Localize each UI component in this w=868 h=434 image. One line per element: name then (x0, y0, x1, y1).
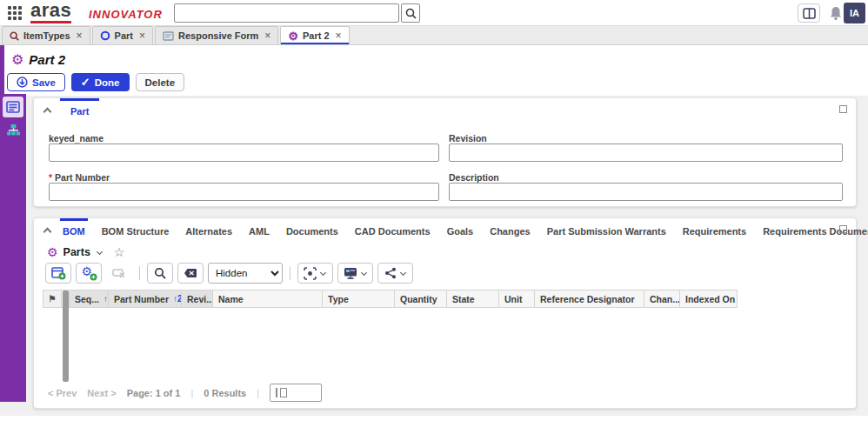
column-type[interactable]: Type (323, 290, 395, 308)
rel-tab-requirements-documents[interactable]: Requirements Documents (760, 218, 868, 241)
tab-responsive-form[interactable]: Responsive Form × (155, 26, 278, 44)
delete-row-icon (112, 267, 126, 279)
column-sequence[interactable]: Seq...↑1 (70, 290, 109, 308)
rel-tab-changes[interactable]: Changes (487, 218, 532, 241)
column-indexed-on[interactable]: Indexed On [...] (680, 290, 738, 308)
tab-label: Part 2 (303, 30, 330, 41)
sidebar-item-form-view[interactable] (3, 97, 23, 117)
row-filter-select[interactable]: Hidden (208, 263, 283, 284)
delete-button[interactable]: Delete (136, 73, 185, 91)
focus-options-button[interactable] (297, 263, 333, 284)
window-tab-bar: ItemTypes × Part × Responsive Form × ⚙ P… (0, 26, 868, 45)
revision-field[interactable] (449, 144, 843, 162)
tab-part[interactable]: Part × (92, 26, 153, 44)
tab-label: Responsive Form (178, 30, 258, 41)
rel-tab-bom[interactable]: BOM (60, 218, 88, 241)
add-row-icon (51, 266, 66, 280)
view-options-button[interactable] (337, 263, 373, 284)
column-part-number[interactable]: Part Number↑2 (109, 290, 182, 308)
rel-tab-goals[interactable]: Goals (444, 218, 477, 241)
column-flag[interactable]: ⚑ (43, 290, 62, 308)
column-change[interactable]: Chan... (644, 290, 680, 308)
page-box-icon (280, 388, 287, 397)
add-item-gear-icon: ⚙ (82, 266, 97, 280)
delete-label: Delete (145, 77, 176, 88)
tab-label: Part (115, 30, 133, 41)
gear-icon: ⚙ (288, 30, 298, 43)
collapse-chevron-icon[interactable] (43, 228, 52, 237)
user-avatar[interactable]: IA (844, 3, 865, 23)
prev-page-button[interactable]: < Prev (48, 388, 77, 398)
grid-title-menu[interactable]: ⚙ Parts ☆ (47, 245, 124, 259)
column-unit[interactable]: Unit (499, 290, 535, 308)
pager-separator: | (257, 388, 259, 398)
form-tab-part[interactable]: Part (60, 98, 99, 121)
keyed-name-field[interactable] (49, 144, 439, 162)
close-icon[interactable]: × (139, 30, 145, 42)
maximize-icon[interactable] (839, 105, 847, 113)
check-icon: ✓ (81, 76, 90, 89)
rel-tab-documents[interactable]: Documents (284, 218, 341, 241)
global-search-input[interactable] (174, 3, 399, 23)
column-name[interactable]: Name (213, 290, 323, 308)
description-field[interactable] (449, 183, 843, 201)
backspace-icon (184, 268, 197, 278)
rel-tab-bom-structure[interactable]: BOM Structure (99, 218, 172, 241)
top-bar: aras INNOVATOR IA (0, 0, 868, 26)
toolbar-separator (290, 266, 290, 280)
add-item-button[interactable]: ⚙ (76, 263, 102, 284)
close-icon[interactable]: × (336, 30, 342, 42)
done-button[interactable]: ✓ Done (71, 73, 130, 91)
rel-tab-alternates[interactable]: Alternates (183, 218, 235, 241)
column-state[interactable]: State (447, 290, 499, 308)
sort-indicator: ↑2 (173, 294, 182, 304)
relationship-tabs: BOM BOM Structure Alternates AML Documen… (60, 218, 868, 241)
close-icon[interactable]: × (77, 30, 83, 42)
clear-search-button[interactable] (177, 263, 204, 284)
tab-itemtypes[interactable]: ItemTypes × (2, 26, 90, 44)
search-rows-button[interactable] (147, 263, 173, 284)
grid-vertical-scrollbar[interactable] (63, 290, 69, 382)
field-label-description: Description (449, 172, 499, 183)
tab-part-2[interactable]: ⚙ Part 2 × (280, 26, 349, 44)
rel-tab-part-submission-warrants[interactable]: Part Submission Warrants (544, 218, 669, 241)
rel-tab-cad-documents[interactable]: CAD Documents (352, 218, 433, 241)
sidebar-item-structure-view[interactable] (3, 120, 23, 141)
goto-page-input[interactable] (270, 384, 322, 402)
form-tab-label: Part (70, 106, 89, 117)
field-label-keyed-name: keyed_name (49, 133, 103, 144)
save-button[interactable]: Save (7, 73, 65, 91)
gear-icon: ⚙ (11, 51, 23, 68)
share-options-button[interactable] (377, 263, 413, 284)
done-label: Done (95, 77, 120, 88)
app-launcher-icon[interactable] (8, 6, 23, 21)
maximize-icon[interactable] (839, 225, 847, 233)
form-view-icon (6, 101, 20, 113)
structure-tree-icon (6, 124, 21, 137)
collapse-chevron-icon[interactable] (43, 108, 52, 117)
column-reference-designator[interactable]: Reference Designator (535, 290, 644, 308)
side-panel-toggle-button[interactable] (798, 3, 820, 23)
close-icon[interactable]: × (264, 30, 270, 42)
bell-icon (829, 5, 843, 21)
delete-row-button[interactable] (106, 263, 132, 284)
favorite-star-icon[interactable]: ☆ (114, 245, 125, 259)
global-search-button[interactable] (401, 3, 420, 23)
results-count: 0 Results (204, 388, 246, 398)
rel-tab-requirements[interactable]: Requirements (680, 218, 749, 241)
next-page-button[interactable]: Next > (87, 388, 116, 398)
column-revision[interactable]: Revi... (182, 290, 213, 308)
search-icon (10, 31, 19, 41)
page-title: ⚙ Part 2 (11, 51, 65, 68)
tab-label: ItemTypes (23, 30, 70, 41)
column-quantity[interactable]: Quantity (395, 290, 447, 308)
rel-tab-aml[interactable]: AML (246, 218, 272, 241)
relationships-section: BOM BOM Structure Alternates AML Documen… (33, 217, 857, 409)
part-number-field[interactable] (49, 183, 439, 201)
add-row-button[interactable] (45, 263, 71, 284)
gear-icon: ⚙ (47, 245, 58, 259)
share-icon (384, 267, 397, 279)
innovator-logo: INNOVATOR (89, 8, 163, 21)
page-title-text: Part 2 (29, 52, 65, 67)
notifications-button[interactable] (829, 5, 843, 21)
